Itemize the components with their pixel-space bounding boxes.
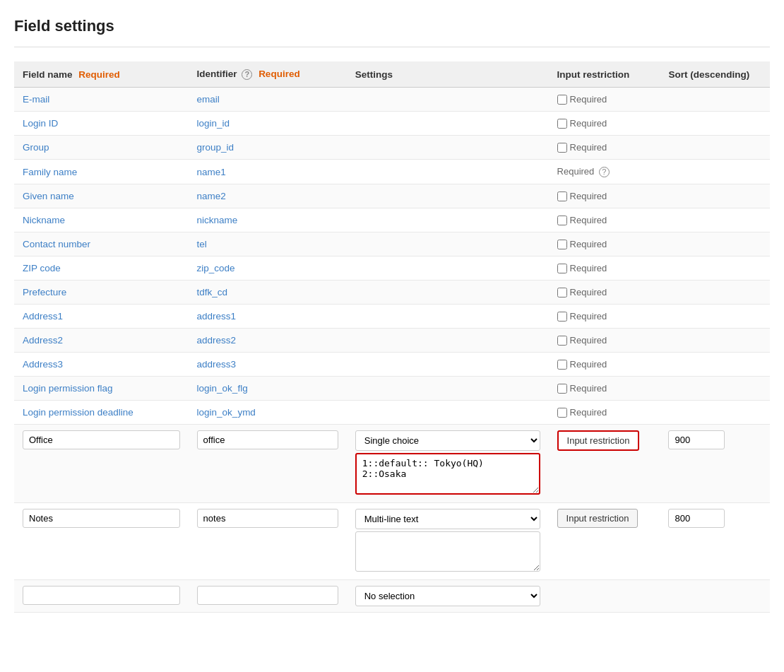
extra-field-name-input[interactable] xyxy=(23,586,180,605)
extra-settings-cell: Single choiceMulti choiceSingle-line tex… xyxy=(347,580,549,613)
required-label: Required xyxy=(570,263,607,273)
required-checkbox[interactable] xyxy=(557,119,567,129)
sort-cell xyxy=(660,377,770,401)
input-restriction-cell: Required xyxy=(549,232,660,257)
settings-cell xyxy=(347,112,549,136)
th-field-name-required: Required xyxy=(78,69,120,80)
sort-cell xyxy=(660,184,770,208)
page-container: Field settings Field name Required Ident… xyxy=(0,0,784,630)
settings-textarea-notes[interactable] xyxy=(355,531,540,572)
identifier-cell: group_id xyxy=(189,136,347,160)
field-name-cell: Address3 xyxy=(14,353,189,377)
sort-cell-notes xyxy=(660,503,770,580)
field-name-cell: Login permission deadline xyxy=(14,401,189,425)
settings-textarea-office[interactable] xyxy=(355,453,540,495)
th-input-restriction: Input restriction xyxy=(549,61,660,88)
identifier-cell: tel xyxy=(189,232,347,257)
sort-cell xyxy=(660,232,770,257)
field-name-cell: Address1 xyxy=(14,305,189,329)
th-identifier-required: Required xyxy=(259,69,300,79)
field-name-cell: Login permission flag xyxy=(14,377,189,401)
sort-cell xyxy=(660,208,770,232)
required-checkbox[interactable] xyxy=(557,312,567,322)
field-name-cell: Group xyxy=(14,136,189,160)
table-row: Address1address1Required xyxy=(14,305,770,329)
field-name-input-office[interactable] xyxy=(23,430,180,449)
settings-cell xyxy=(347,353,549,377)
required-checkbox[interactable] xyxy=(557,143,567,153)
required-label: Required xyxy=(570,94,607,105)
field-name-cell: Contact number xyxy=(14,232,189,257)
table-row: Address2address2Required xyxy=(14,329,770,353)
extra-identifier-input[interactable] xyxy=(197,586,338,605)
identifier-input-cell-office xyxy=(189,425,347,503)
page-title: Field settings xyxy=(14,17,770,35)
extra-settings-select[interactable]: Single choiceMulti choiceSingle-line tex… xyxy=(355,586,540,606)
settings-cell xyxy=(347,160,549,184)
required-checkbox[interactable] xyxy=(557,360,567,370)
input-restriction-cell-office: Input restriction xyxy=(549,425,660,503)
input-restriction-button-office[interactable]: Input restriction xyxy=(557,430,640,451)
required-fixed-label: Required xyxy=(557,166,597,177)
input-restriction-cell: Required xyxy=(549,305,660,329)
required-checkbox[interactable] xyxy=(557,216,567,225)
sort-input-office[interactable] xyxy=(668,430,725,449)
table-row: Address3address3Required xyxy=(14,353,770,377)
settings-cell xyxy=(347,257,549,281)
field-name-cell: ZIP code xyxy=(14,257,189,281)
required-checkbox[interactable] xyxy=(557,264,567,273)
settings-cell xyxy=(347,329,549,353)
table-row: Prefecturetdfk_cdRequired xyxy=(14,281,770,305)
identifier-cell: email xyxy=(189,88,347,112)
sort-input-notes[interactable] xyxy=(668,509,725,528)
required-checkbox[interactable] xyxy=(557,384,567,394)
extra-input-restriction-cell xyxy=(549,580,660,613)
sort-cell xyxy=(660,329,770,353)
required-checkbox[interactable] xyxy=(557,95,567,105)
identifier-cell: name2 xyxy=(189,184,347,208)
input-restriction-cell: Required xyxy=(549,401,660,425)
identifier-cell: address1 xyxy=(189,305,347,329)
identifier-cell: nickname xyxy=(189,208,347,232)
required-checkbox[interactable] xyxy=(557,191,567,201)
field-name-cell: Login ID xyxy=(14,112,189,136)
input-restriction-button-notes[interactable]: Input restriction xyxy=(557,509,639,528)
table-header-row: Field name Required Identifier ? Require… xyxy=(14,61,770,88)
input-restriction-cell: Required xyxy=(549,353,660,377)
identifier-input-notes[interactable] xyxy=(197,509,338,528)
sort-cell xyxy=(660,281,770,305)
input-restriction-cell: Required xyxy=(549,136,660,160)
settings-cell xyxy=(347,281,549,305)
required-checkbox[interactable] xyxy=(557,240,567,249)
required-label: Required xyxy=(570,311,607,322)
identifier-cell: login_ok_flg xyxy=(189,377,347,401)
sort-cell xyxy=(660,136,770,160)
field-name-cell: Family name xyxy=(14,160,189,184)
identifier-info-icon[interactable]: ? xyxy=(242,69,252,80)
sort-cell xyxy=(660,305,770,329)
th-identifier: Identifier ? Required xyxy=(189,61,347,88)
sort-cell xyxy=(660,112,770,136)
required-checkbox[interactable] xyxy=(557,408,567,418)
required-label: Required xyxy=(570,407,607,418)
settings-select-office[interactable]: Single choiceMulti choiceSingle-line tex… xyxy=(355,430,540,451)
extra-identifier-cell xyxy=(189,580,347,613)
table-row: Groupgroup_idRequired xyxy=(14,136,770,160)
input-restriction-cell: Required ? xyxy=(549,160,660,184)
th-settings: Settings xyxy=(347,61,549,88)
required-label: Required xyxy=(570,287,607,297)
required-checkbox[interactable] xyxy=(557,336,567,346)
settings-cell xyxy=(347,305,549,329)
required-checkbox[interactable] xyxy=(557,288,567,297)
identifier-input-office[interactable] xyxy=(197,430,338,449)
editable-row-notes: Single choiceMulti choiceSingle-line tex… xyxy=(14,503,770,580)
sort-cell xyxy=(660,257,770,281)
settings-cell xyxy=(347,232,549,257)
field-settings-table: Field name Required Identifier ? Require… xyxy=(14,61,770,613)
required-info-icon[interactable]: ? xyxy=(599,167,610,177)
extra-field-name-cell xyxy=(14,580,189,613)
field-name-input-notes[interactable] xyxy=(23,509,180,528)
sort-cell xyxy=(660,401,770,425)
settings-select-notes[interactable]: Single choiceMulti choiceSingle-line tex… xyxy=(355,509,540,529)
extra-row: Single choiceMulti choiceSingle-line tex… xyxy=(14,580,770,613)
